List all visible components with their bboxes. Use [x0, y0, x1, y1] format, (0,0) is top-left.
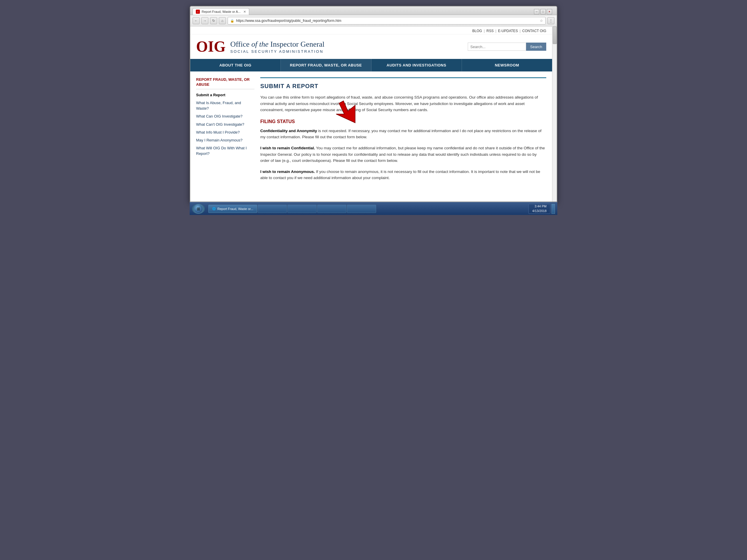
filing-option-2: I wish to remain Confidential. You may c…	[260, 145, 546, 164]
sidebar: REPORT FRAUD, WASTE, OR ABUSE Submit a R…	[196, 77, 254, 186]
taskbar-task-2[interactable]	[258, 205, 287, 213]
scroll-track[interactable]	[552, 27, 557, 202]
taskbar-clock: 3:44 PM 4/13/2018	[529, 204, 550, 214]
sidebar-links: Submit a Report What Is Abuse, Fraud, an…	[196, 92, 254, 157]
filing-option-1: Confidentiality and Anonymity is not req…	[260, 128, 546, 140]
browser-window: ! Report Fraud, Waste or A... ✕ ─ □ ✕ ← …	[190, 6, 557, 202]
sidebar-link-what-oig-does[interactable]: What Will OIG Do With What I Report?	[196, 146, 247, 156]
sidebar-heading: REPORT FRAUD, WASTE, OR ABUSE	[196, 77, 254, 89]
taskbar-task-4[interactable]	[317, 205, 346, 213]
list-item: What Is Abuse, Fraud, and Waste?	[196, 100, 254, 111]
close-button[interactable]: ✕	[547, 9, 552, 14]
address-icons: ☆	[540, 19, 543, 23]
filing-option-3: I wish to remain Anonymous. If you choos…	[260, 168, 546, 181]
maximize-button[interactable]: □	[540, 9, 546, 14]
sidebar-link-submit[interactable]: Submit a Report	[196, 93, 225, 97]
intro-paragraph: You can use this online form to report a…	[260, 94, 546, 113]
scroll-thumb[interactable]	[553, 27, 557, 44]
content-area: REPORT FRAUD, WASTE, OR ABUSE Submit a R…	[190, 72, 552, 192]
start-button[interactable]: ⊞	[192, 204, 205, 214]
list-item: Submit a Report	[196, 92, 254, 98]
list-item: What Can OIG Investigate?	[196, 113, 254, 119]
back-button[interactable]: ←	[192, 17, 200, 24]
list-item: May I Remain Anonymous?	[196, 137, 254, 143]
monitor-wrapper: ! Report Fraud, Waste or A... ✕ ─ □ ✕ ← …	[187, 0, 560, 218]
filing-heading-2: I wish to remain Confidential.	[260, 146, 315, 150]
rss-link[interactable]: RSS	[486, 29, 494, 33]
main-content: SUBMIT A REPORT You can use this online …	[260, 77, 546, 186]
window-controls: ─ □ ✕	[534, 9, 552, 14]
browser-titlebar: ! Report Fraud, Waste or A... ✕ ─ □ ✕	[190, 6, 557, 15]
settings-button[interactable]: ⋮	[547, 17, 555, 24]
refresh-button[interactable]: ↻	[210, 17, 217, 24]
filing-heading-3: I wish to remain Anonymous.	[260, 169, 315, 174]
website-content: BLOG | RSS | E-UPDATES | CONTACT OIG OIG	[190, 27, 557, 202]
search-button[interactable]: Search	[526, 43, 546, 51]
separator-3: |	[520, 29, 520, 33]
logo-section: OIG Office of the Inspector General Soci…	[196, 39, 325, 54]
home-button[interactable]: ⌂	[219, 17, 226, 24]
blog-link[interactable]: BLOG	[472, 29, 482, 33]
search-input[interactable]	[468, 43, 526, 51]
oig-logo: OIG	[196, 39, 226, 54]
taskbar-task-3[interactable]	[287, 205, 317, 213]
taskbar: ⊞ 🌐 Report Fraud, Waste or... 3:44 PM 4/…	[190, 202, 557, 215]
nav-newsroom[interactable]: NEWSROOM	[462, 59, 552, 72]
site-top-bar: BLOG | RSS | E-UPDATES | CONTACT OIG	[190, 27, 552, 34]
separator-2: |	[495, 29, 496, 33]
title-italic: of the	[252, 40, 269, 48]
taskbar-tasks: 🌐 Report Fraud, Waste or...	[208, 205, 527, 213]
logo-subtitle: Social Security Administration	[230, 49, 325, 54]
page-title: SUBMIT A REPORT	[260, 83, 546, 89]
minimize-button[interactable]: ─	[534, 9, 539, 14]
bookmark-icon[interactable]: ☆	[540, 19, 543, 23]
nav-report-fraud[interactable]: REPORT FRAUD, WASTE, OR ABUSE	[281, 59, 371, 72]
site-header: OIG Office of the Inspector General Soci…	[190, 34, 552, 59]
sidebar-link-info[interactable]: What Info Must I Provide?	[196, 130, 240, 134]
sidebar-link-investigate[interactable]: What Can OIG Investigate?	[196, 114, 242, 118]
list-item: What Can't OIG Investigate?	[196, 122, 254, 127]
top-links: BLOG | RSS | E-UPDATES | CONTACT OIG	[472, 29, 546, 33]
list-item: What Info Must I Provide?	[196, 130, 254, 135]
sidebar-link-abuse[interactable]: What Is Abuse, Fraud, and Waste?	[196, 101, 241, 110]
browser-nav: ← → ↻ ⌂ 🔒 https://www.ssa.gov/fraudrepor…	[190, 15, 557, 27]
browser-tab[interactable]: ! Report Fraud, Waste or A... ✕	[192, 8, 249, 15]
date-text: 4/13/2018	[532, 209, 546, 213]
sidebar-link-anonymous[interactable]: May I Remain Anonymous?	[196, 138, 242, 142]
nav-about-oig[interactable]: ABOUT THE OIG	[190, 59, 281, 72]
forward-button[interactable]: →	[201, 17, 208, 24]
address-bar[interactable]: 🔒 https://www.ssa.gov/fraudreport/oig/pu…	[228, 17, 546, 25]
logo-title: Office of the Inspector General	[230, 40, 325, 49]
list-item: What Will OIG Do With What I Report?	[196, 145, 254, 156]
taskbar-time-display: 3:44 PM 4/13/2018	[532, 204, 546, 213]
title-suffix: Inspector General	[268, 40, 325, 48]
taskbar-task-label: Report Fraud, Waste or...	[217, 207, 253, 211]
eupdates-link[interactable]: E-UPDATES	[498, 29, 518, 33]
address-text: https://www.ssa.gov/fraudreport/oig/publ…	[236, 19, 538, 23]
taskbar-task-browser[interactable]: 🌐 Report Fraud, Waste or...	[208, 205, 257, 213]
separator-1: |	[484, 29, 485, 33]
filing-heading-1: Confidentiality and Anonymity	[260, 129, 317, 133]
sidebar-link-cant-investigate[interactable]: What Can't OIG Investigate?	[196, 122, 244, 127]
windows-orb: ⊞	[194, 204, 203, 213]
title-prefix: Office	[230, 40, 251, 48]
main-nav: ABOUT THE OIG REPORT FRAUD, WASTE, OR AB…	[190, 59, 552, 72]
show-desktop-button[interactable]	[551, 204, 555, 214]
filing-status-title: FILING STATUS	[260, 119, 546, 124]
logo-text: Office of the Inspector General Social S…	[230, 40, 325, 54]
taskbar-task-5[interactable]	[347, 205, 376, 213]
page-scroll: BLOG | RSS | E-UPDATES | CONTACT OIG OIG	[190, 27, 557, 202]
tab-favicon: !	[196, 10, 200, 14]
tab-title: Report Fraud, Waste or A...	[202, 10, 240, 14]
nav-audits[interactable]: AUDITS AND INVESTIGATIONS	[371, 59, 462, 72]
time-text: 3:44 PM	[532, 204, 546, 209]
tab-close-button[interactable]: ✕	[243, 10, 246, 14]
search-section: Search	[468, 43, 546, 51]
contact-oig-link[interactable]: CONTACT OIG	[522, 29, 546, 33]
